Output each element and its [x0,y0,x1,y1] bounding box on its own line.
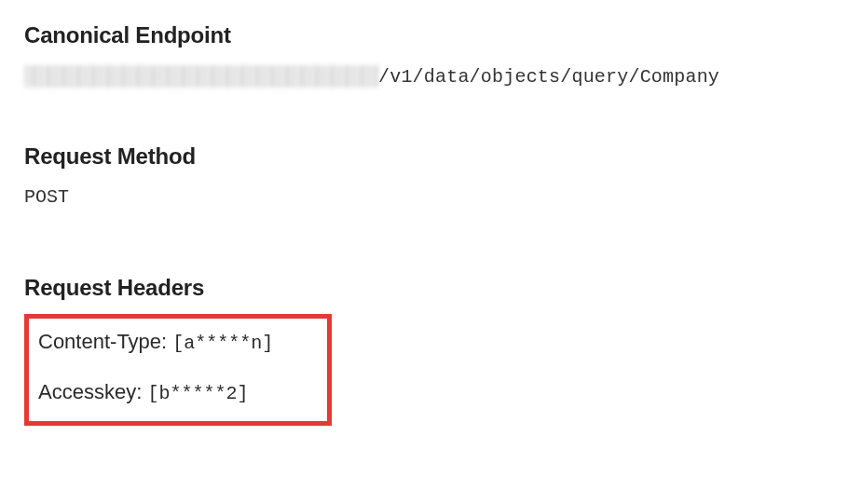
endpoint-section: Canonical Endpoint /v1/data/objects/quer… [24,22,824,88]
header-row: Content-Type: [a*****n] [38,330,318,354]
endpoint-line: /v1/data/objects/query/Company [24,65,824,88]
method-value: POST [24,186,824,208]
headers-section: Request Headers Content-Type: [a*****n] … [24,275,824,426]
endpoint-heading: Canonical Endpoint [24,22,824,48]
headers-highlight-box: Content-Type: [a*****n] Accesskey: [b***… [24,314,332,426]
header-name: Accesskey: [38,380,142,403]
method-section: Request Method POST [24,143,824,208]
header-value: [a*****n] [172,333,273,354]
endpoint-path: /v1/data/objects/query/Company [378,66,719,88]
headers-heading: Request Headers [24,275,824,301]
header-name: Content-Type: [38,330,167,353]
redacted-host [24,65,378,88]
header-row: Accesskey: [b*****2] [38,380,318,404]
header-value: [b*****2] [147,383,248,404]
method-heading: Request Method [24,143,824,170]
